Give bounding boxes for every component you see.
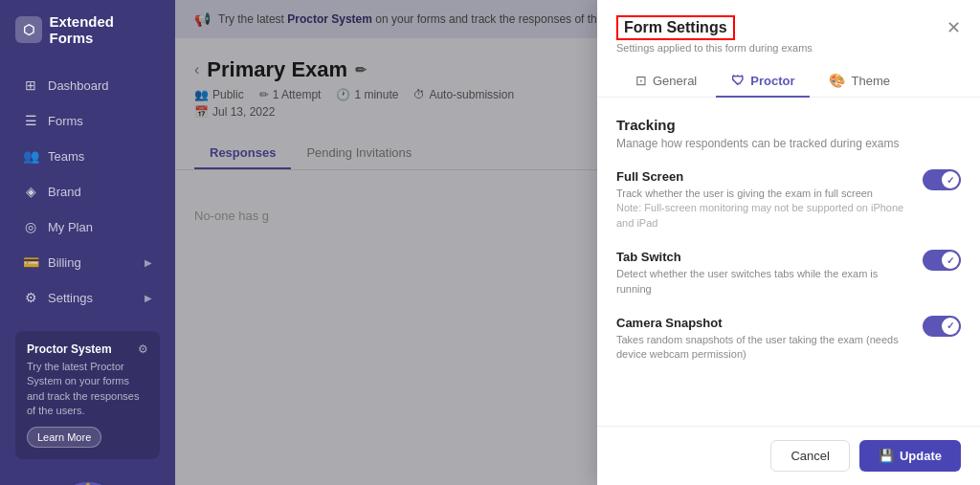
sidebar-item-brand[interactable]: ◈ Brand	[8, 174, 167, 209]
notification-button[interactable]: 🔔	[71, 482, 105, 485]
myplan-icon: ◎	[23, 219, 38, 234]
general-tab-label: General	[653, 74, 697, 88]
teams-icon: 👥	[23, 148, 38, 164]
fullscreen-toggle-knob: ✓	[942, 171, 959, 188]
theme-tab-icon: 🎨	[829, 73, 845, 88]
modal-header: Form Settings ✕ Settings applied to this…	[597, 0, 980, 98]
update-label: Update	[900, 449, 942, 463]
camera-name: Camera Snapshot	[616, 316, 911, 330]
settings-icon: ⚙	[23, 290, 38, 305]
sidebar-item-teams[interactable]: 👥 Teams	[8, 139, 167, 173]
tracking-item-camera: Camera Snapshot Takes random snapshots o…	[616, 316, 961, 363]
fullscreen-desc: Track whether the user is giving the exa…	[616, 187, 911, 231]
billing-icon: 💳	[23, 254, 38, 270]
sidebar-item-billing[interactable]: 💳 Billing ▶	[8, 245, 167, 279]
fullscreen-info: Full Screen Track whether the user is gi…	[616, 169, 923, 231]
sidebar-item-label: Brand	[48, 185, 81, 199]
sidebar-item-label: My Plan	[48, 220, 93, 234]
tabswitch-name: Tab Switch	[616, 250, 911, 264]
app-title: Extended Forms	[50, 13, 160, 46]
tracking-section-title: Tracking	[616, 117, 961, 133]
sidebar-item-settings[interactable]: ⚙ Settings ▶	[8, 280, 167, 315]
modal-title-row: Form Settings ✕	[616, 15, 961, 40]
sidebar-item-label: Forms	[48, 114, 83, 128]
camera-info: Camera Snapshot Takes random snapshots o…	[616, 316, 923, 363]
tabswitch-info: Tab Switch Detect whether the user switc…	[616, 250, 923, 297]
form-settings-modal: Form Settings ✕ Settings applied to this…	[597, 0, 980, 485]
modal-title: Form Settings	[616, 15, 735, 40]
modal-tab-theme[interactable]: 🎨 Theme	[813, 65, 904, 98]
proctor-tab-icon: 🛡	[731, 73, 745, 88]
modal-tab-proctor[interactable]: 🛡 Proctor	[716, 65, 810, 98]
modal-close-button[interactable]: ✕	[947, 17, 961, 38]
update-button[interactable]: 💾 Update	[859, 440, 961, 472]
toggle-check-icon: ✓	[947, 175, 954, 186]
tracking-item-tabswitch: Tab Switch Detect whether the user switc…	[616, 250, 961, 297]
fullscreen-toggle[interactable]: ✓	[923, 169, 961, 190]
toggle-check-icon: ✓	[947, 255, 954, 266]
fullscreen-name: Full Screen	[616, 169, 911, 184]
update-icon: 💾	[879, 449, 894, 463]
sidebar-nav: ⊞ Dashboard ☰ Forms 👥 Teams ◈ Brand ◎ My…	[0, 59, 175, 323]
sidebar-item-forms[interactable]: ☰ Forms	[8, 103, 167, 138]
modal-tab-general[interactable]: ⊡ General	[620, 65, 712, 98]
sidebar-item-label: Teams	[48, 149, 84, 164]
sidebar-item-label: Settings	[48, 291, 93, 305]
dashboard-icon: ⊞	[23, 77, 38, 93]
tabswitch-toggle[interactable]: ✓	[923, 250, 961, 271]
theme-tab-label: Theme	[851, 74, 889, 88]
modal-subtitle: Settings applied to this form during exa…	[616, 42, 961, 54]
tracking-section-desc: Manage how respondents can be tracked du…	[616, 137, 961, 150]
sidebar-item-myplan[interactable]: ◎ My Plan	[8, 209, 167, 244]
tabswitch-toggle-knob: ✓	[942, 252, 959, 269]
sidebar: ⬡ Extended Forms ⊞ Dashboard ☰ Forms 👥 T…	[0, 0, 175, 485]
tabswitch-desc: Detect whether the user switches tabs wh…	[616, 267, 911, 297]
proctor-settings-icon: ⚙	[138, 342, 148, 356]
forms-icon: ☰	[23, 113, 38, 128]
toggle-check-icon: ✓	[947, 320, 954, 331]
camera-toggle[interactable]: ✓	[923, 316, 961, 337]
logo-icon: ⬡	[15, 16, 42, 43]
modal-footer: Cancel 💾 Update	[597, 426, 980, 485]
proctor-title: Proctor System	[27, 342, 112, 356]
sidebar-item-label: Dashboard	[48, 78, 109, 93]
modal-body: Tracking Manage how respondents can be t…	[597, 98, 980, 426]
app-logo: ⬡ Extended Forms	[0, 0, 175, 59]
proctor-promo: Proctor System ⚙ Try the latest Proctor …	[15, 331, 160, 459]
general-tab-icon: ⊡	[635, 73, 647, 88]
camera-desc: Takes random snapshots of the user takin…	[616, 333, 911, 363]
sidebar-item-label: Billing	[48, 255, 81, 270]
camera-toggle-knob: ✓	[942, 318, 959, 335]
cancel-button[interactable]: Cancel	[770, 440, 849, 472]
learn-more-button[interactable]: Learn More	[27, 427, 101, 448]
modal-tabs: ⊡ General 🛡 Proctor 🎨 Theme	[616, 65, 961, 97]
proctor-desc: Try the latest Proctor System on your fo…	[27, 360, 148, 419]
main-area: 📢 Try the latest Proctor System on your …	[175, 0, 980, 485]
tracking-item-fullscreen: Full Screen Track whether the user is gi…	[616, 169, 961, 231]
sidebar-item-dashboard[interactable]: ⊞ Dashboard	[8, 68, 167, 102]
proctor-tab-label: Proctor	[750, 74, 794, 88]
brand-icon: ◈	[23, 184, 38, 199]
